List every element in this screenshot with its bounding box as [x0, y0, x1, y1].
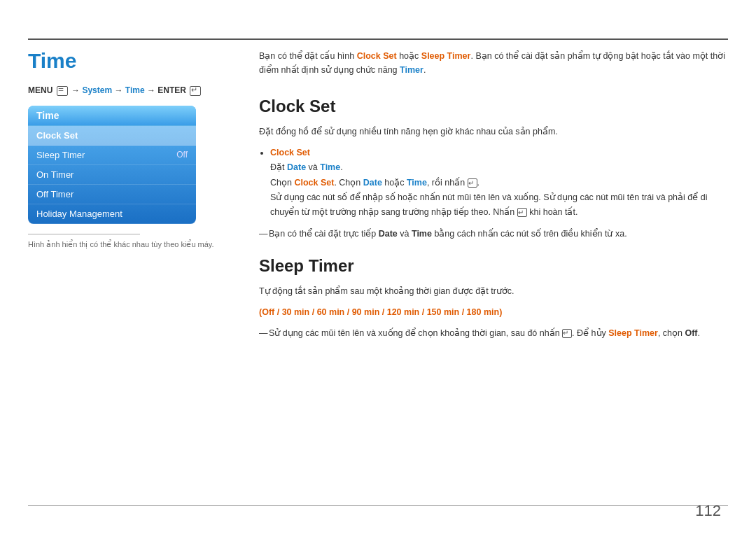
- clock-bullet-text2: Chọn Clock Set. Chọn Date hoặc Time, rồi…: [270, 178, 479, 188]
- section-sleep: Sleep Timer Tự động tắt sản phẩm sau một…: [259, 256, 728, 339]
- clock-bullet-text3: Sử dụng các nút số để nhập số hoặc nhấn …: [270, 192, 707, 217]
- menu-label: MENU: [28, 85, 52, 95]
- enter-icon: [190, 86, 201, 96]
- arrow3: →: [147, 85, 158, 95]
- time-nav-label: Time: [125, 85, 145, 95]
- right-column: Bạn có thể đặt cấu hình Clock Set hoặc S…: [259, 49, 728, 340]
- sleep-options-line: (Off / 30 min / 60 min / 90 min / 120 mi…: [259, 305, 728, 320]
- clock-bullet-text1: Đặt Date và Time.: [270, 162, 343, 172]
- menu-item-clock-set[interactable]: Clock Set: [28, 126, 196, 146]
- menu-item-off-timer[interactable]: Off Timer: [28, 185, 196, 204]
- divider-line: [28, 234, 140, 234]
- clock-bullet-item: Clock Set Đặt Date và Time. Chọn Clock S…: [270, 146, 728, 220]
- menu-item-sleep-timer-label: Sleep Timer: [36, 150, 85, 160]
- menu-box: Time Clock Set Sleep Timer Off On Timer …: [28, 106, 196, 224]
- menu-item-sleep-timer[interactable]: Sleep Timer Off: [28, 146, 196, 165]
- menu-item-sleep-timer-value: Off: [176, 150, 188, 160]
- menu-item-on-timer-label: On Timer: [36, 169, 74, 180]
- section-clock-desc: Đặt đồng hồ để sử dụng nhiều tính năng h…: [259, 125, 728, 139]
- menu-item-on-timer[interactable]: On Timer: [28, 165, 196, 185]
- sleep-note: Sử dụng các mũi tên lên và xuống để chọn…: [259, 326, 728, 340]
- page-number: 112: [695, 502, 721, 520]
- footnote: Hình ảnh hiển thị có thể khác nhau tùy t…: [28, 240, 231, 249]
- intro-timer: Timer: [400, 65, 424, 75]
- intro-sleep-timer: Sleep Timer: [421, 51, 471, 61]
- clock-dash-note: Bạn có thể cài đặt trực tiếp Date và Tim…: [259, 227, 728, 241]
- section-clock-title: Clock Set: [259, 97, 728, 116]
- left-column: Time MENU → System → Time → ENTER Time C…: [28, 49, 231, 249]
- menu-item-clock-set-label: Clock Set: [36, 130, 78, 141]
- menu-icon: [57, 86, 68, 96]
- section-clock: Clock Set Đặt đồng hồ để sử dụng nhiều t…: [259, 97, 728, 241]
- sleep-timer-ref: Sleep Timer: [608, 328, 658, 338]
- section-sleep-desc: Tự động tắt sản phẩm sau một khoảng thời…: [259, 284, 728, 298]
- page-title: Time: [28, 49, 231, 73]
- enter-label: ENTER: [158, 85, 186, 95]
- menu-item-off-timer-label: Off Timer: [36, 189, 74, 199]
- menu-item-holiday-label: Holiday Management: [36, 209, 122, 219]
- system-label: System: [82, 85, 112, 95]
- clock-bullet-list: Clock Set Đặt Date và Time. Chọn Clock S…: [270, 146, 728, 220]
- bottom-border: [28, 505, 728, 506]
- menu-nav: MENU → System → Time → ENTER: [28, 85, 231, 96]
- arrow2: →: [114, 85, 125, 95]
- enter-icon-inline-2: [517, 208, 527, 217]
- menu-box-title: Time: [28, 106, 196, 126]
- section-sleep-title: Sleep Timer: [259, 256, 728, 276]
- arrow1: →: [71, 85, 82, 95]
- intro-text: Bạn có thể đặt cấu hình Clock Set hoặc S…: [259, 49, 728, 77]
- enter-icon-inline-1: [468, 178, 477, 188]
- top-border: [28, 38, 728, 40]
- enter-icon-inline-3: [562, 329, 572, 338]
- clock-set-bullet-label: Clock Set: [270, 148, 310, 157]
- menu-item-holiday[interactable]: Holiday Management: [28, 204, 196, 224]
- intro-clock-set: Clock Set: [357, 51, 397, 61]
